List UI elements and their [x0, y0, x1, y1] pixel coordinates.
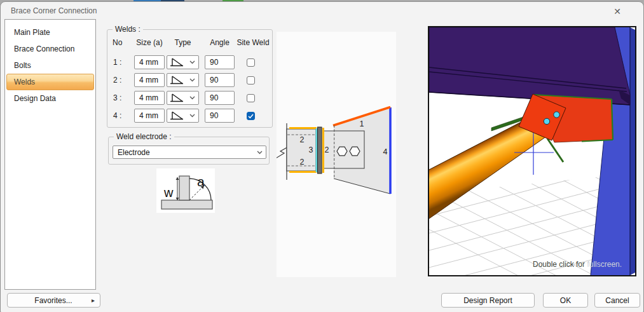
weld-number-label: 2 [300, 158, 305, 166]
weld-throat-label: a [197, 174, 205, 189]
bolt-3d [554, 112, 559, 118]
weld-throat-diagram: w a [156, 168, 215, 213]
weld-size-input[interactable] [134, 55, 165, 69]
weld-location-diagram: 2 2 3 2 1 4 [277, 32, 396, 277]
chevron-down-icon [189, 114, 195, 118]
ok-button[interactable]: OK [543, 293, 588, 308]
weld-width-label: w [163, 186, 174, 200]
site-weld-checkbox[interactable] [247, 94, 255, 102]
weld-angle-input[interactable] [205, 73, 235, 87]
weld-size-input[interactable] [134, 73, 165, 87]
close-icon[interactable]: ✕ [606, 4, 628, 19]
model-3d-viewport[interactable]: Double click for fullscreen. [428, 26, 636, 276]
fillet-weld-icon [169, 111, 184, 121]
cancel-button[interactable]: Cancel [594, 293, 640, 308]
sidebar-item-label: Main Plate [14, 28, 50, 37]
weld-type-select[interactable] [167, 91, 199, 105]
sidebar-item-main-plate[interactable]: Main Plate [6, 24, 94, 41]
bolt-symbol [337, 147, 347, 156]
column-header-site-weld: Site Weld [235, 38, 271, 47]
weld-angle-input[interactable] [205, 55, 235, 69]
weld-number-label: 3 [309, 146, 313, 154]
site-weld-checkbox[interactable] [247, 76, 255, 85]
weld-electrode-value: Electrode [113, 148, 257, 157]
favorites-button[interactable]: Favorites... ▸ [7, 293, 100, 308]
weld-type-select[interactable] [167, 73, 199, 87]
end-plate [318, 127, 322, 173]
bolt-3d [544, 118, 549, 124]
weld-row-label: 2 : [113, 76, 121, 85]
weld-electrode-select[interactable]: Electrode [113, 146, 266, 159]
weld-angle-input[interactable] [205, 91, 235, 105]
site-weld-checkbox[interactable] [247, 58, 255, 67]
sidebar-item-design-data[interactable]: Design Data [6, 90, 94, 107]
weld-electrode-group: Weld electrode : Electrode [108, 137, 270, 165]
design-report-button[interactable]: Design Report [441, 293, 535, 308]
weld-size-input[interactable] [134, 91, 165, 105]
welds-group-legend: Welds : [113, 25, 143, 34]
weld-type-select[interactable] [167, 55, 199, 69]
sidebar-item-label: Design Data [14, 94, 56, 103]
brace-corner-connection-dialog: Brace Corner Connection ✕ Main Plate Bra… [0, 1, 644, 312]
column-header-no: No [113, 38, 129, 47]
weld-number-label: 1 [360, 119, 364, 128]
fillet-weld-icon [169, 93, 184, 103]
weld-number-label: 2 [300, 135, 305, 144]
dialog-title: Brace Corner Connection [11, 6, 97, 15]
beam-3d [429, 27, 630, 105]
weld-row-label: 4 : [113, 111, 121, 120]
site-weld-checkbox[interactable] [247, 112, 255, 120]
weld-type-select[interactable] [167, 109, 199, 123]
column-header-size: Size (a) [134, 38, 165, 47]
column-header-angle: Angle [205, 38, 235, 47]
titlebar[interactable]: Brace Corner Connection ✕ [1, 2, 643, 20]
welds-group: Welds : No Size (a) Type Angle Site Weld… [107, 29, 273, 128]
weld-number-label: 4 [383, 147, 388, 156]
weld-number-label: 2 [325, 146, 329, 154]
weld-row-label: 1 : [113, 58, 121, 67]
weld-row-label: 3 : [113, 93, 121, 102]
weld-electrode-legend: Weld electrode : [114, 132, 174, 141]
weld-size-input[interactable] [134, 109, 165, 123]
hint-text-light: fullscreen. [587, 260, 622, 269]
chevron-down-icon [257, 151, 263, 154]
category-list: Main Plate Brace Connection Bolts Welds … [4, 19, 96, 290]
weld-angle-input[interactable] [205, 109, 235, 123]
bolt-symbol [350, 147, 360, 156]
sidebar-item-welds[interactable]: Welds [6, 74, 94, 90]
sidebar-item-bolts[interactable]: Bolts [6, 57, 94, 74]
fullscreen-hint: Double click for fullscreen. [533, 260, 622, 269]
favorites-label: Favorites... [15, 296, 92, 305]
fillet-weld-icon [169, 75, 184, 85]
chevron-down-icon [189, 78, 195, 82]
hint-text: Double click for [533, 260, 585, 269]
sidebar-item-label: Bolts [14, 61, 31, 70]
sidebar-item-brace-connection[interactable]: Brace Connection [6, 41, 94, 57]
chevron-down-icon [189, 96, 195, 100]
sidebar-item-label: Brace Connection [14, 44, 74, 53]
sidebar-item-label: Welds [14, 78, 35, 86]
favorites-expand-icon: ▸ [92, 297, 95, 304]
fillet-weld-icon [169, 57, 184, 67]
column-header-type: Type [167, 38, 199, 47]
chevron-down-icon [189, 60, 195, 64]
